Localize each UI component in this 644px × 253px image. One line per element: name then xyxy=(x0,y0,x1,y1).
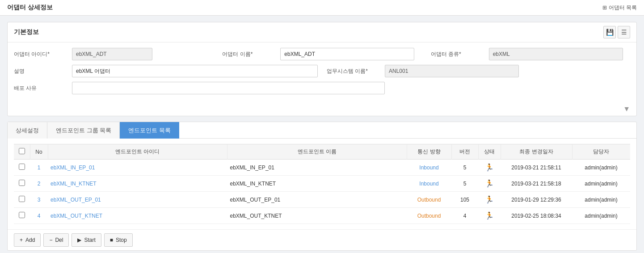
adapter-type-label: 어댑터 종류* xyxy=(431,51,489,58)
page-header: 어댑터 상세정보 ⊞ 어댑터 목록 xyxy=(0,0,644,16)
row-version: 5 xyxy=(451,160,478,176)
row-checkbox[interactable] xyxy=(14,176,30,192)
del-icon: − xyxy=(49,237,52,243)
row-endpoint-name: ebXML_OUT_KTNET xyxy=(227,208,407,224)
status-running-icon: 🏃 xyxy=(485,164,494,171)
menu-button[interactable]: ☰ xyxy=(618,26,630,38)
row-select-checkbox[interactable] xyxy=(19,164,25,170)
endpoint-id-link[interactable]: ebXML_OUT_KTNET xyxy=(51,213,102,219)
page-title: 어댑터 상세정보 xyxy=(7,4,53,12)
adapter-type-group: 어댑터 종류* xyxy=(431,48,630,60)
row-direction: Inbound xyxy=(407,160,451,176)
adapter-name-group: 어댑터 이름* xyxy=(222,48,421,60)
row-select-checkbox[interactable] xyxy=(19,180,25,186)
table-body: 1 ebXML_IN_EP_01 ebXML_IN_EP_01 Inbound … xyxy=(14,160,630,224)
del-button[interactable]: − Del xyxy=(43,233,69,247)
col-last-modified: 최종 변경일자 xyxy=(501,144,572,160)
business-system-input xyxy=(385,65,519,77)
adapter-name-label: 어댑터 이름* xyxy=(222,51,280,58)
row-no-link[interactable]: 2 xyxy=(38,181,41,187)
deploy-reason-group: 배포 사유 xyxy=(14,82,630,94)
row-endpoint-name: ebXML_IN_EP_01 xyxy=(227,160,407,176)
description-label: 설명 xyxy=(14,67,72,75)
row-manager: admin(admin) xyxy=(572,176,630,192)
row-version: 105 xyxy=(451,192,478,208)
row-last-modified: 2019-02-25 18:08:34 xyxy=(501,208,572,224)
start-button[interactable]: ▶ Start xyxy=(72,233,101,247)
description-input[interactable] xyxy=(72,65,318,77)
direction-link[interactable]: Outbound xyxy=(417,213,441,219)
section-header: 기본정보 💾 ☰ xyxy=(8,22,636,42)
row-select-checkbox[interactable] xyxy=(19,196,25,202)
adapter-list-link[interactable]: 어댑터 목록 xyxy=(609,4,637,12)
row-no-link[interactable]: 1 xyxy=(38,164,41,171)
table-row: 1 ebXML_IN_EP_01 ebXML_IN_EP_01 Inbound … xyxy=(14,160,630,176)
row-last-modified: 2019-03-21 21:58:18 xyxy=(501,176,572,192)
stop-button[interactable]: ■ Stop xyxy=(104,233,133,247)
section-title: 기본정보 xyxy=(14,28,39,36)
section-actions: 💾 ☰ xyxy=(603,26,630,38)
row-checkbox[interactable] xyxy=(14,192,30,208)
row-checkbox[interactable] xyxy=(14,160,30,176)
tab-detail-settings[interactable]: 상세설정 xyxy=(8,122,47,139)
endpoint-id-link[interactable]: ebXML_IN_EP_01 xyxy=(51,164,95,171)
adapter-name-input[interactable] xyxy=(280,48,414,60)
select-all-checkbox[interactable] xyxy=(19,148,25,154)
endpoint-id-link[interactable]: ebXML_OUT_EP_01 xyxy=(51,197,101,203)
tab-endpoint-group[interactable]: 엔드포인트 그룹 목록 xyxy=(47,122,120,139)
row-version: 5 xyxy=(451,176,478,192)
row-endpoint-name: ebXML_OUT_EP_01 xyxy=(227,192,407,208)
stop-icon: ■ xyxy=(110,237,113,243)
adapter-id-label: 어댑터 아이디* xyxy=(14,51,72,58)
row-status: 🏃 xyxy=(478,208,501,224)
save-button[interactable]: 💾 xyxy=(603,26,616,38)
col-endpoint-name: 엔드포인트 이름 xyxy=(227,144,407,160)
add-button[interactable]: + Add xyxy=(14,233,41,247)
col-no: No xyxy=(30,144,48,160)
add-icon: + xyxy=(20,237,23,243)
row-endpoint-id: ebXML_OUT_EP_01 xyxy=(48,192,227,208)
col-endpoint-id: 엔드포인트 아이디 xyxy=(48,144,227,160)
adapter-id-group: 어댑터 아이디* xyxy=(14,48,213,60)
row-version: 4 xyxy=(451,208,478,224)
direction-link[interactable]: Inbound xyxy=(419,181,438,187)
table-row: 2 ebXML_IN_KTNET ebXML_IN_KTNET Inbound … xyxy=(14,176,630,192)
status-running-icon: 🏃 xyxy=(485,180,494,187)
endpoint-id-link[interactable]: ebXML_IN_KTNET xyxy=(51,181,97,187)
header-link[interactable]: ⊞ 어댑터 목록 xyxy=(602,4,637,12)
row-status: 🏃 xyxy=(478,192,501,208)
business-system-group: 업무시스템 이름* xyxy=(327,65,630,77)
row-last-modified: 2019-03-21 21:58:11 xyxy=(501,160,572,176)
table-row: 3 ebXML_OUT_EP_01 ebXML_OUT_EP_01 Outbou… xyxy=(14,192,630,208)
row-no-link[interactable]: 3 xyxy=(38,197,41,203)
row-no-link[interactable]: 4 xyxy=(38,213,41,219)
tab-bar: 상세설정 엔드포인트 그룹 목록 엔드포인트 목록 xyxy=(8,122,636,139)
status-running-icon: 🏃 xyxy=(485,212,494,219)
row-direction: Inbound xyxy=(407,176,451,192)
row-endpoint-id: ebXML_IN_EP_01 xyxy=(48,160,227,176)
content-area: 기본정보 💾 ☰ 어댑터 아이디* 어댑터 이름* 어댑터 종류* xyxy=(0,16,644,253)
form-row-2: 설명 업무시스템 이름* xyxy=(14,65,630,77)
row-checkbox[interactable] xyxy=(14,208,30,224)
row-direction: Outbound xyxy=(407,192,451,208)
adapter-type-input xyxy=(489,48,623,60)
direction-link[interactable]: Outbound xyxy=(417,197,441,203)
direction-link[interactable]: Inbound xyxy=(419,164,438,171)
row-last-modified: 2019-01-29 12:29:36 xyxy=(501,192,572,208)
deploy-reason-input[interactable] xyxy=(72,82,385,94)
col-checkbox xyxy=(14,144,30,160)
col-version: 버전 xyxy=(451,144,478,160)
table-header-row: No 엔드포인트 아이디 엔드포인트 이름 통신 방향 버전 상태 최종 변경일… xyxy=(14,144,630,160)
col-status: 상태 xyxy=(478,144,501,160)
form-grid: 어댑터 아이디* 어댑터 이름* 어댑터 종류* 설명 xyxy=(8,42,636,104)
col-manager: 담당자 xyxy=(572,144,630,160)
row-select-checkbox[interactable] xyxy=(19,212,25,218)
row-manager: admin(admin) xyxy=(572,160,630,176)
start-icon: ▶ xyxy=(77,237,81,243)
basic-info-card: 기본정보 💾 ☰ 어댑터 아이디* 어댑터 이름* 어댑터 종류* xyxy=(7,22,637,116)
tab-endpoint-list[interactable]: 엔드포인트 목록 xyxy=(120,122,179,139)
form-row-3: 배포 사유 xyxy=(14,82,630,94)
collapse-button[interactable]: ▼ xyxy=(623,105,630,113)
col-direction: 통신 방향 xyxy=(407,144,451,160)
table-row: 4 ebXML_OUT_KTNET ebXML_OUT_KTNET Outbou… xyxy=(14,208,630,224)
